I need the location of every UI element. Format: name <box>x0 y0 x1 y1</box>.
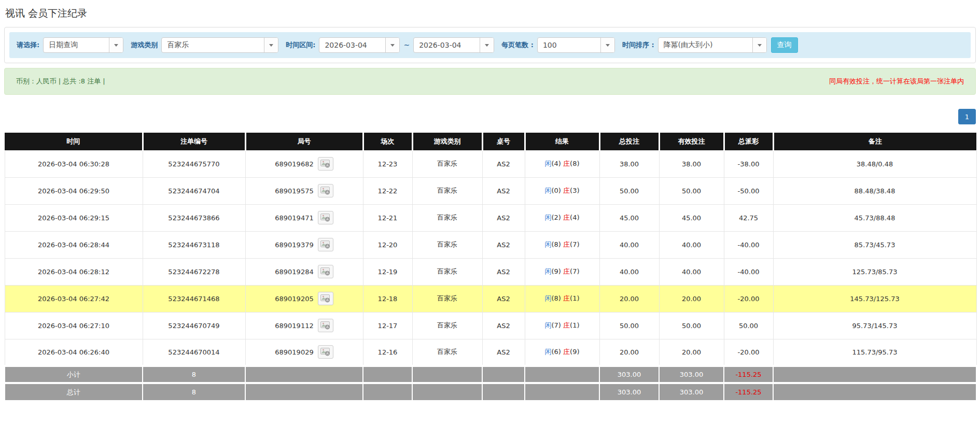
video-icon <box>320 294 330 303</box>
cell-bet-id: 523244670014 <box>143 339 245 366</box>
cell-payout: -40.00 <box>724 258 773 285</box>
cell-bet-id: 523244672278 <box>143 258 245 285</box>
chevron-down-icon[interactable] <box>600 38 614 52</box>
cell-game-type: 百家乐 <box>412 285 482 312</box>
cell-total-bet: 50.00 <box>599 177 659 204</box>
cell-bet-id: 523244670749 <box>143 312 245 339</box>
banker-result-label: 庄 <box>563 160 570 167</box>
cell-bet-id: 523244674704 <box>143 177 245 204</box>
player-result-label: 闲 <box>545 240 552 248</box>
column-header-11: 备注 <box>773 133 976 150</box>
round-id-text: 689019575 <box>275 187 313 195</box>
round-id-text: 689019029 <box>275 348 313 356</box>
chevron-down-icon[interactable] <box>109 38 123 52</box>
select-type-dropdown[interactable]: 日期查询 <box>43 37 123 53</box>
banker-result-label: 庄 <box>563 214 570 221</box>
game-type-dropdown[interactable]: 百家乐 <box>161 37 278 53</box>
pagination: 1 <box>4 109 976 124</box>
cell-session: 12-21 <box>363 204 412 231</box>
video-replay-button[interactable] <box>318 238 333 251</box>
chevron-down-icon[interactable] <box>480 38 494 52</box>
chevron-down-icon[interactable] <box>752 38 766 52</box>
cell-time: 2026-03-04 06:28:12 <box>5 258 143 285</box>
cell-total-bet: 40.00 <box>599 231 659 258</box>
cell-round-id: 689019682 <box>245 150 363 177</box>
total-valid-bet-sum: 303.00 <box>659 366 724 383</box>
total-payout-sum: -115.25 <box>724 383 773 400</box>
cell-table-id: AS2 <box>482 312 525 339</box>
cell-game-type: 百家乐 <box>412 339 482 366</box>
cell-round-id: 689019029 <box>245 339 363 366</box>
bet-records-table: 时间注单编号局号场次游戏类别桌号结果总投注有效投注总派彩备注 2026-03-0… <box>4 133 977 400</box>
table-row: 2026-03-04 06:28:12523244672278689019284… <box>5 258 976 285</box>
cell-result: 闲(4) 庄(8) <box>525 150 599 177</box>
chevron-down-icon[interactable] <box>385 38 399 52</box>
chevron-down-icon[interactable] <box>264 38 278 52</box>
grandtotal-row: 总计8303.00303.00-115.25 <box>5 383 976 400</box>
cell-time: 2026-03-04 06:27:42 <box>5 285 143 312</box>
cell-result: 闲(9) 庄(7) <box>525 258 599 285</box>
player-result-label: 闲 <box>545 348 552 356</box>
cell-session: 12-16 <box>363 339 412 366</box>
round-id-text: 689019379 <box>275 241 313 249</box>
cell-remark: 38.48/0.48 <box>773 150 976 177</box>
page-size-dropdown[interactable]: 100 <box>537 37 615 53</box>
cell-result: 闲(2) 庄(4) <box>525 204 599 231</box>
cell-game-type: 百家乐 <box>412 312 482 339</box>
cell-table-id: AS2 <box>482 177 525 204</box>
video-replay-button[interactable] <box>318 292 333 305</box>
video-replay-button[interactable] <box>318 319 333 332</box>
table-row: 2026-03-04 06:29:15523244673866689019471… <box>5 204 976 231</box>
column-header-5: 游戏类别 <box>412 133 482 150</box>
cell-result: 闲(8) 庄(1) <box>525 285 599 312</box>
cell-total-bet: 50.00 <box>599 312 659 339</box>
date-from-dropdown[interactable]: 2026-03-04 <box>319 37 400 53</box>
summary-bar: 币别 : 人民币 | 总共 :8 注单 | 同局有效投注，统一计算在该局第一张注… <box>4 68 976 95</box>
cell-round-id: 689019112 <box>245 312 363 339</box>
cell-remark: 45.73/88.48 <box>773 204 976 231</box>
cell-remark: 95.73/145.73 <box>773 312 976 339</box>
filter-bar: 请选择: 日期查询 游戏类别 百家乐 时间区间: 2026-03-04 ~ 20… <box>9 32 971 58</box>
cell-round-id: 689019575 <box>245 177 363 204</box>
table-row: 2026-03-04 06:29:50523244674704689019575… <box>5 177 976 204</box>
cell-table-id: AS2 <box>482 204 525 231</box>
player-result-label: 闲 <box>545 294 552 302</box>
round-id-text: 689019682 <box>275 160 313 168</box>
cell-game-type: 百家乐 <box>412 258 482 285</box>
total-count: 8 <box>143 366 245 383</box>
player-result-label: 闲 <box>545 187 552 194</box>
total-empty-cell <box>525 383 599 400</box>
video-replay-button[interactable] <box>318 265 333 278</box>
currency-summary-text: 币别 : 人民币 | 总共 :8 注单 | <box>16 77 105 86</box>
sort-order-dropdown[interactable]: 降冪(由大到小) <box>658 37 767 53</box>
cell-bet-id: 523244671468 <box>143 285 245 312</box>
page-size-label: 每页笔数 : <box>501 40 534 50</box>
cell-game-type: 百家乐 <box>412 231 482 258</box>
total-payout-sum: -115.25 <box>724 366 773 383</box>
date-from-value: 2026-03-04 <box>319 38 385 52</box>
video-replay-button[interactable] <box>318 345 333 359</box>
date-to-dropdown[interactable]: 2026-03-04 <box>413 37 494 53</box>
banker-result-label: 庄 <box>563 267 570 275</box>
select-type-value: 日期查询 <box>44 38 109 52</box>
video-icon <box>320 348 330 356</box>
cell-result: 闲(8) 庄(7) <box>525 231 599 258</box>
column-header-9: 有效投注 <box>659 133 724 150</box>
page-1-button[interactable]: 1 <box>958 109 976 124</box>
query-button[interactable]: 查询 <box>771 37 798 53</box>
cell-remark: 145.73/125.73 <box>773 285 976 312</box>
video-replay-button[interactable] <box>318 184 333 197</box>
cell-payout: -20.00 <box>724 285 773 312</box>
cell-session: 12-18 <box>363 285 412 312</box>
table-row: 2026-03-04 06:27:42523244671468689019205… <box>5 285 976 312</box>
video-replay-button[interactable] <box>318 157 333 171</box>
cell-session: 12-17 <box>363 312 412 339</box>
cell-table-id: AS2 <box>482 258 525 285</box>
total-label: 小计 <box>5 366 143 383</box>
video-replay-button[interactable] <box>318 211 333 224</box>
game-type-value: 百家乐 <box>162 38 264 52</box>
table-row: 2026-03-04 06:27:10523244670749689019112… <box>5 312 976 339</box>
cell-payout: -50.00 <box>724 177 773 204</box>
video-icon <box>320 321 330 330</box>
player-result-label: 闲 <box>545 321 552 329</box>
